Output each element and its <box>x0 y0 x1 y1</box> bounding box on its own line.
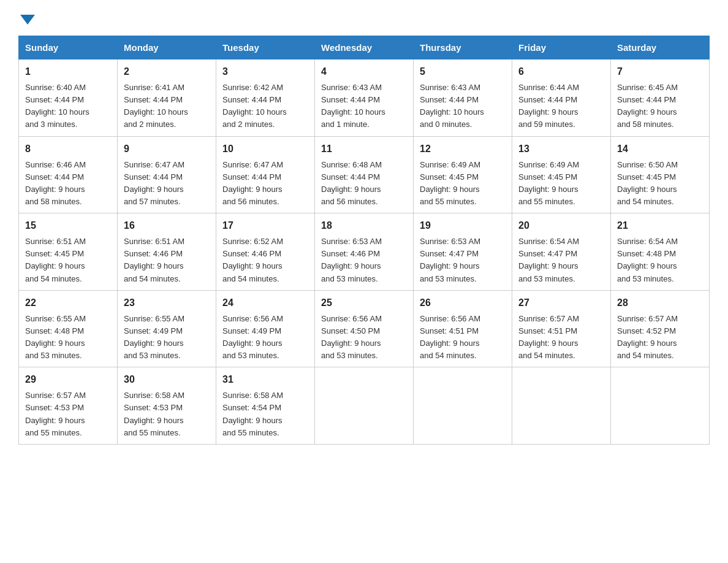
day-info: Sunrise: 6:47 AMSunset: 4:44 PMDaylight:… <box>124 159 210 209</box>
calendar-cell <box>512 367 611 445</box>
day-number: 18 <box>321 218 407 233</box>
calendar-cell: 18 Sunrise: 6:53 AMSunset: 4:46 PMDaylig… <box>315 213 414 291</box>
calendar-cell: 17 Sunrise: 6:52 AMSunset: 4:46 PMDaylig… <box>216 213 315 291</box>
day-number: 12 <box>420 142 506 156</box>
calendar-cell: 9 Sunrise: 6:47 AMSunset: 4:44 PMDayligh… <box>118 136 216 213</box>
day-number: 31 <box>222 372 308 387</box>
day-info: Sunrise: 6:43 AMSunset: 4:44 PMDaylight:… <box>321 82 407 131</box>
day-info: Sunrise: 6:46 AMSunset: 4:44 PMDaylight:… <box>25 159 111 209</box>
header-cell-sunday: Sunday <box>19 36 118 59</box>
day-number: 21 <box>617 218 703 233</box>
day-info: Sunrise: 6:47 AMSunset: 4:44 PMDaylight:… <box>222 159 308 209</box>
week-row-1: 1 Sunrise: 6:40 AMSunset: 4:44 PMDayligh… <box>19 59 710 137</box>
day-info: Sunrise: 6:58 AMSunset: 4:54 PMDaylight:… <box>222 389 308 439</box>
day-number: 2 <box>124 64 210 79</box>
header-cell-friday: Friday <box>512 36 611 59</box>
day-info: Sunrise: 6:42 AMSunset: 4:44 PMDaylight:… <box>222 82 308 131</box>
week-row-5: 29 Sunrise: 6:57 AMSunset: 4:53 PMDaylig… <box>19 367 710 445</box>
day-number: 25 <box>321 296 407 310</box>
day-info: Sunrise: 6:51 AMSunset: 4:46 PMDaylight:… <box>124 236 210 285</box>
calendar-cell: 27 Sunrise: 6:57 AMSunset: 4:51 PMDaylig… <box>512 290 611 367</box>
day-number: 15 <box>25 218 111 233</box>
day-number: 20 <box>518 218 604 233</box>
calendar-table: SundayMondayTuesdayWednesdayThursdayFrid… <box>18 36 710 445</box>
day-number: 13 <box>518 142 604 156</box>
day-info: Sunrise: 6:56 AMSunset: 4:51 PMDaylight:… <box>420 313 506 362</box>
logo-blue-part <box>18 12 35 25</box>
day-number: 23 <box>124 296 210 310</box>
week-row-3: 15 Sunrise: 6:51 AMSunset: 4:45 PMDaylig… <box>19 213 710 291</box>
calendar-cell <box>611 367 710 445</box>
header-row: SundayMondayTuesdayWednesdayThursdayFrid… <box>19 36 710 59</box>
day-number: 11 <box>321 142 407 156</box>
day-info: Sunrise: 6:49 AMSunset: 4:45 PMDaylight:… <box>518 159 604 209</box>
header-cell-wednesday: Wednesday <box>315 36 414 59</box>
calendar-header: SundayMondayTuesdayWednesdayThursdayFrid… <box>19 36 710 59</box>
day-info: Sunrise: 6:55 AMSunset: 4:49 PMDaylight:… <box>124 313 210 362</box>
day-info: Sunrise: 6:53 AMSunset: 4:47 PMDaylight:… <box>420 236 506 285</box>
calendar-cell: 20 Sunrise: 6:54 AMSunset: 4:47 PMDaylig… <box>512 213 611 291</box>
week-row-2: 8 Sunrise: 6:46 AMSunset: 4:44 PMDayligh… <box>19 136 710 213</box>
day-info: Sunrise: 6:54 AMSunset: 4:47 PMDaylight:… <box>518 236 604 285</box>
day-info: Sunrise: 6:43 AMSunset: 4:44 PMDaylight:… <box>420 82 506 131</box>
calendar-cell: 15 Sunrise: 6:51 AMSunset: 4:45 PMDaylig… <box>19 213 118 291</box>
calendar-cell: 10 Sunrise: 6:47 AMSunset: 4:44 PMDaylig… <box>216 136 315 213</box>
day-number: 9 <box>124 142 210 156</box>
day-number: 22 <box>25 296 111 310</box>
day-number: 10 <box>222 142 308 156</box>
calendar-cell: 14 Sunrise: 6:50 AMSunset: 4:45 PMDaylig… <box>611 136 710 213</box>
calendar-cell: 22 Sunrise: 6:55 AMSunset: 4:48 PMDaylig… <box>19 290 118 367</box>
day-info: Sunrise: 6:55 AMSunset: 4:48 PMDaylight:… <box>25 313 111 362</box>
day-info: Sunrise: 6:57 AMSunset: 4:52 PMDaylight:… <box>617 313 703 362</box>
day-info: Sunrise: 6:53 AMSunset: 4:46 PMDaylight:… <box>321 236 407 285</box>
day-info: Sunrise: 6:50 AMSunset: 4:45 PMDaylight:… <box>617 159 703 209</box>
day-info: Sunrise: 6:56 AMSunset: 4:50 PMDaylight:… <box>321 313 407 362</box>
calendar-cell: 11 Sunrise: 6:48 AMSunset: 4:44 PMDaylig… <box>315 136 414 213</box>
calendar-cell: 4 Sunrise: 6:43 AMSunset: 4:44 PMDayligh… <box>315 59 414 137</box>
calendar-cell: 6 Sunrise: 6:44 AMSunset: 4:44 PMDayligh… <box>512 59 611 137</box>
calendar-cell <box>315 367 414 445</box>
logo-triangle-icon <box>20 15 35 25</box>
day-number: 29 <box>25 372 111 387</box>
day-number: 14 <box>617 142 703 156</box>
day-number: 24 <box>222 296 308 310</box>
calendar-cell: 8 Sunrise: 6:46 AMSunset: 4:44 PMDayligh… <box>19 136 118 213</box>
day-number: 16 <box>124 218 210 233</box>
page-header <box>18 12 710 25</box>
header-cell-saturday: Saturday <box>611 36 710 59</box>
calendar-cell: 24 Sunrise: 6:56 AMSunset: 4:49 PMDaylig… <box>216 290 315 367</box>
day-info: Sunrise: 6:40 AMSunset: 4:44 PMDaylight:… <box>25 82 111 131</box>
day-info: Sunrise: 6:54 AMSunset: 4:48 PMDaylight:… <box>617 236 703 285</box>
calendar-cell: 29 Sunrise: 6:57 AMSunset: 4:53 PMDaylig… <box>19 367 118 445</box>
day-number: 4 <box>321 64 407 79</box>
header-cell-tuesday: Tuesday <box>216 36 315 59</box>
calendar-cell: 23 Sunrise: 6:55 AMSunset: 4:49 PMDaylig… <box>118 290 216 367</box>
calendar-cell: 25 Sunrise: 6:56 AMSunset: 4:50 PMDaylig… <box>315 290 414 367</box>
day-info: Sunrise: 6:44 AMSunset: 4:44 PMDaylight:… <box>518 82 604 131</box>
calendar-cell: 28 Sunrise: 6:57 AMSunset: 4:52 PMDaylig… <box>611 290 710 367</box>
day-info: Sunrise: 6:45 AMSunset: 4:44 PMDaylight:… <box>617 82 703 131</box>
day-info: Sunrise: 6:57 AMSunset: 4:53 PMDaylight:… <box>25 389 111 439</box>
logo <box>18 12 35 25</box>
day-number: 19 <box>420 218 506 233</box>
calendar-cell: 12 Sunrise: 6:49 AMSunset: 4:45 PMDaylig… <box>414 136 512 213</box>
calendar-cell: 30 Sunrise: 6:58 AMSunset: 4:53 PMDaylig… <box>118 367 216 445</box>
calendar-cell <box>414 367 512 445</box>
day-info: Sunrise: 6:52 AMSunset: 4:46 PMDaylight:… <box>222 236 308 285</box>
day-number: 17 <box>222 218 308 233</box>
calendar-cell: 2 Sunrise: 6:41 AMSunset: 4:44 PMDayligh… <box>118 59 216 137</box>
day-number: 26 <box>420 296 506 310</box>
calendar-cell: 21 Sunrise: 6:54 AMSunset: 4:48 PMDaylig… <box>611 213 710 291</box>
day-info: Sunrise: 6:49 AMSunset: 4:45 PMDaylight:… <box>420 159 506 209</box>
calendar-body: 1 Sunrise: 6:40 AMSunset: 4:44 PMDayligh… <box>19 59 710 445</box>
header-cell-monday: Monday <box>118 36 216 59</box>
calendar-cell: 26 Sunrise: 6:56 AMSunset: 4:51 PMDaylig… <box>414 290 512 367</box>
calendar-cell: 1 Sunrise: 6:40 AMSunset: 4:44 PMDayligh… <box>19 59 118 137</box>
day-number: 7 <box>617 64 703 79</box>
calendar-cell: 7 Sunrise: 6:45 AMSunset: 4:44 PMDayligh… <box>611 59 710 137</box>
day-number: 30 <box>124 372 210 387</box>
day-info: Sunrise: 6:58 AMSunset: 4:53 PMDaylight:… <box>124 389 210 439</box>
day-number: 3 <box>222 64 308 79</box>
calendar-cell: 19 Sunrise: 6:53 AMSunset: 4:47 PMDaylig… <box>414 213 512 291</box>
calendar-cell: 13 Sunrise: 6:49 AMSunset: 4:45 PMDaylig… <box>512 136 611 213</box>
